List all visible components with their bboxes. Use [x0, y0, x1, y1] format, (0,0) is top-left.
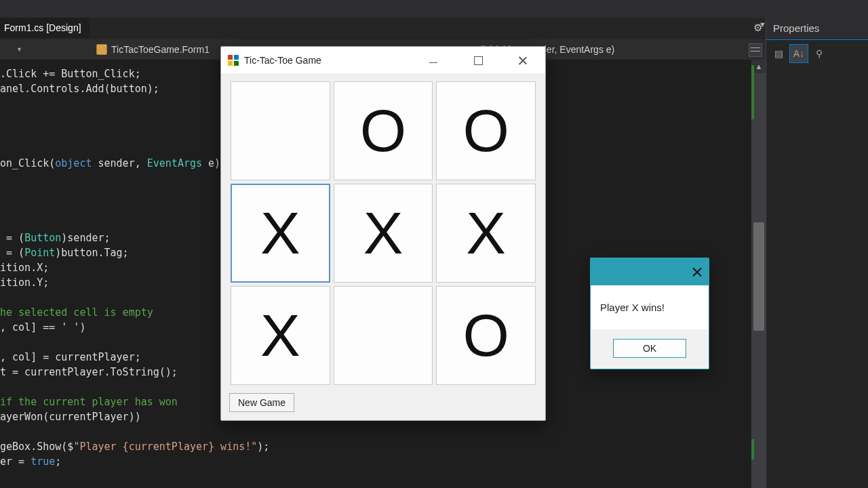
categorized-icon[interactable]: ▤: [769, 44, 788, 63]
game-board: OOXXXXO: [221, 75, 545, 389]
app-icon: [228, 55, 239, 66]
message-box-titlebar[interactable]: [591, 258, 709, 285]
board-cell-3[interactable]: X: [231, 184, 330, 283]
close-icon: [519, 56, 527, 64]
titlebar[interactable]: Tic-Tac-Toe Game: [221, 47, 545, 75]
alphabetical-icon[interactable]: A↓: [789, 44, 808, 63]
class-icon: [96, 44, 107, 55]
maximize-button[interactable]: [456, 47, 500, 74]
message-box: Player X wins! OK: [590, 258, 709, 369]
scrollbar-thumb[interactable]: [753, 222, 764, 331]
vertical-scrollbar[interactable]: ▲: [751, 60, 766, 488]
gear-icon[interactable]: ⚙: [753, 22, 762, 34]
ok-button[interactable]: OK: [613, 339, 686, 358]
ide-topbar: Form1.cs [Design] ▼ ⚙: [0, 0, 868, 39]
game-window: Tic-Tac-Toe Game OOXXXXO New Game: [220, 46, 546, 421]
new-game-button[interactable]: New Game: [229, 393, 294, 412]
chevron-down-icon: ▼: [16, 46, 22, 53]
minimize-button[interactable]: [411, 47, 456, 74]
board-cell-6[interactable]: X: [231, 286, 330, 385]
minimize-icon: [429, 62, 437, 63]
board-cell-7[interactable]: [334, 286, 433, 385]
properties-panel: Properties ▤ A↓ ⚲: [766, 18, 868, 488]
board-cell-2[interactable]: O: [436, 81, 536, 180]
change-marker: [751, 439, 754, 460]
split-editor-icon[interactable]: [749, 43, 762, 57]
message-box-text: Player X wins!: [591, 285, 709, 329]
document-tab-row: Form1.cs [Design] ▼: [0, 18, 766, 40]
board-cell-4[interactable]: X: [334, 184, 433, 283]
properties-toolbar: ▤ A↓ ⚲: [766, 40, 868, 67]
close-button[interactable]: [500, 47, 545, 74]
maximize-icon: [474, 56, 483, 65]
board-cell-0[interactable]: [231, 81, 330, 180]
properties-title: Properties: [766, 18, 868, 40]
nav-class-label: TicTacToeGame.Form1: [111, 44, 210, 55]
board-cell-5[interactable]: X: [436, 184, 536, 283]
document-tab-active[interactable]: Form1.cs [Design]: [0, 18, 90, 38]
board-cell-1[interactable]: O: [334, 81, 433, 180]
nav-scope-dropdown[interactable]: ▼: [0, 39, 90, 60]
events-icon[interactable]: ⚲: [810, 44, 829, 63]
close-icon[interactable]: [692, 267, 702, 277]
board-cell-8[interactable]: O: [436, 286, 536, 385]
change-marker: [751, 65, 754, 119]
window-title: Tic-Tac-Toe Game: [244, 55, 321, 66]
